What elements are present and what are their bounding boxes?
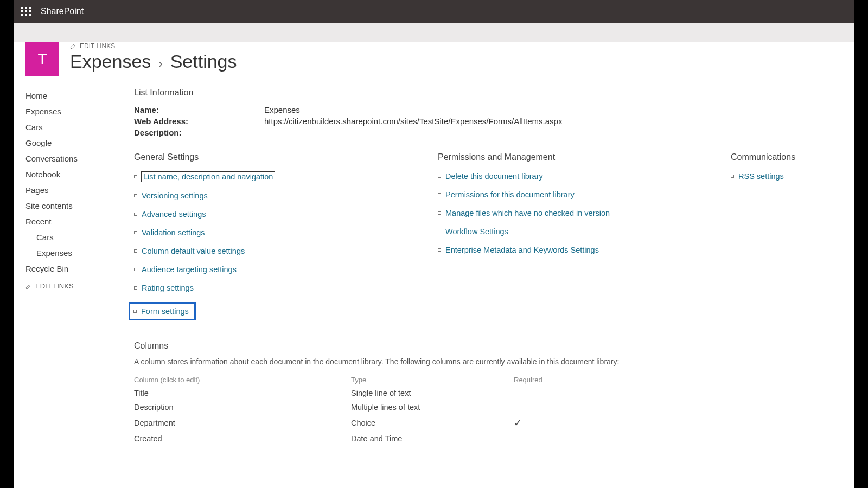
link-list-name-description-nav[interactable]: List name, description and navigation <box>134 172 427 182</box>
link-manage-checkin[interactable]: Manage files which have no checked in ve… <box>438 209 720 217</box>
table-row: DescriptionMultiple lines of text <box>134 400 579 414</box>
col-required <box>514 400 579 414</box>
edit-links-bottom[interactable]: EDIT LINKS <box>25 282 134 290</box>
col-name[interactable]: Title <box>134 386 351 400</box>
bullet-icon <box>134 194 137 197</box>
nav-recycle-bin[interactable]: Recycle Bin <box>25 261 134 277</box>
nav-recent-cars[interactable]: Cars <box>25 229 134 245</box>
col-header-type: Type <box>351 374 514 386</box>
link-column-default-value-settings[interactable]: Column default value settings <box>134 247 427 255</box>
nav-home[interactable]: Home <box>25 88 134 104</box>
permissions-management-heading: Permissions and Management <box>438 152 720 162</box>
pencil-icon <box>25 283 32 290</box>
pencil-icon <box>70 43 76 49</box>
nav-conversations[interactable]: Conversations <box>25 151 134 166</box>
bullet-icon <box>731 175 734 178</box>
link-workflow-settings[interactable]: Workflow Settings <box>438 227 720 236</box>
nav-google[interactable]: Google <box>25 135 134 151</box>
col-header-required: Required <box>514 374 579 386</box>
communications-heading: Communications <box>731 152 838 162</box>
col-required: ✓ <box>514 414 579 432</box>
edit-links-top[interactable]: EDIT LINKS <box>70 42 237 50</box>
bullet-icon <box>134 268 137 271</box>
columns-table: Column (click to edit) Type Required Tit… <box>134 374 579 446</box>
link-rating-settings[interactable]: Rating settings <box>134 284 427 292</box>
col-required <box>514 386 579 400</box>
nav-cars[interactable]: Cars <box>25 119 134 135</box>
link-delete-library[interactable]: Delete this document library <box>438 172 720 181</box>
quick-launch-nav: Home Expenses Cars Google Conversations … <box>25 88 134 446</box>
bullet-icon <box>134 231 137 234</box>
bullet-icon <box>438 175 441 178</box>
site-logo-tile[interactable]: T <box>25 42 59 76</box>
bullet-icon <box>438 248 441 252</box>
page-title: Expenses › Settings <box>70 51 237 72</box>
table-row: TitleSingle line of text <box>134 386 579 400</box>
info-name-value: Expenses <box>264 105 300 114</box>
ribbon-bar <box>14 23 854 42</box>
link-form-settings[interactable]: Form settings <box>129 302 196 320</box>
info-name-label: Name: <box>134 105 264 114</box>
link-enterprise-metadata[interactable]: Enterprise Metadata and Keywords Setting… <box>438 246 720 254</box>
bullet-icon <box>438 193 441 196</box>
col-name[interactable]: Description <box>134 400 351 414</box>
nav-site-contents[interactable]: Site contents <box>25 198 134 214</box>
link-permissions-library[interactable]: Permissions for this document library <box>438 190 720 199</box>
nav-notebook[interactable]: Notebook <box>25 166 134 182</box>
col-type: Date and Time <box>351 432 514 446</box>
info-webaddress-value: https://citizenbuilders.sharepoint.com/s… <box>264 117 562 126</box>
breadcrumb-sep: › <box>158 57 162 71</box>
info-description-label: Description: <box>134 128 264 137</box>
col-type: Choice <box>351 414 514 432</box>
general-settings-heading: General Settings <box>134 152 427 162</box>
col-type: Multiple lines of text <box>351 400 514 414</box>
bullet-icon <box>438 230 441 233</box>
columns-description: A column stores information about each d… <box>134 357 838 366</box>
bullet-icon <box>134 175 137 178</box>
table-row: CreatedDate and Time <box>134 432 579 446</box>
col-header-name: Column (click to edit) <box>134 374 351 386</box>
link-rss-settings[interactable]: RSS settings <box>731 172 838 181</box>
nav-recent[interactable]: Recent <box>25 214 134 229</box>
table-row: DepartmentChoice✓ <box>134 414 579 432</box>
link-versioning-settings[interactable]: Versioning settings <box>134 191 427 200</box>
nav-expenses[interactable]: Expenses <box>25 104 134 119</box>
app-launcher-icon[interactable] <box>21 7 31 16</box>
columns-heading: Columns <box>134 341 838 351</box>
info-webaddress-label: Web Address: <box>134 117 264 126</box>
link-audience-targeting-settings[interactable]: Audience targeting settings <box>134 265 427 274</box>
col-name[interactable]: Created <box>134 432 351 446</box>
col-required <box>514 432 579 446</box>
bullet-icon <box>438 211 441 215</box>
link-advanced-settings[interactable]: Advanced settings <box>134 210 427 219</box>
col-type: Single line of text <box>351 386 514 400</box>
breadcrumb-current: Settings <box>170 51 237 72</box>
bullet-icon <box>134 286 137 290</box>
global-suite-bar: SharePoint <box>14 0 854 23</box>
brand-name[interactable]: SharePoint <box>41 7 84 16</box>
bullet-icon <box>133 310 137 313</box>
link-validation-settings[interactable]: Validation settings <box>134 228 427 237</box>
bullet-icon <box>134 249 137 253</box>
list-information-heading: List Information <box>134 88 838 98</box>
nav-recent-expenses[interactable]: Expenses <box>25 245 134 261</box>
nav-pages[interactable]: Pages <box>25 182 134 198</box>
bullet-icon <box>134 213 137 216</box>
col-name[interactable]: Department <box>134 414 351 432</box>
breadcrumb-list[interactable]: Expenses <box>70 51 151 72</box>
